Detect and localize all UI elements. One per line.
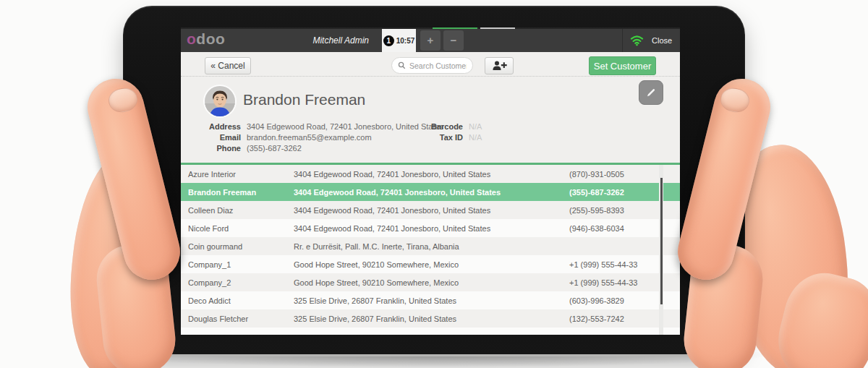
table-row[interactable]: Colleen Diaz 3404 Edgewood Road, 72401 J… (181, 201, 680, 219)
order-time: 10:57 (396, 37, 415, 45)
order-count-badge: 1 (383, 35, 394, 46)
pos-screen: odoo Mitchell Admin 1 10:57 + − Close (181, 27, 680, 335)
tax-id-value: N/A (469, 132, 482, 143)
table-row[interactable]: Company_1 Good Hope Street, 90210 Somewh… (181, 255, 680, 273)
customer-address-cell: Good Hope Street, 90210 Somewhere, Mexic… (294, 260, 569, 269)
email-label: Email (205, 132, 241, 143)
customer-address-cell: 325 Elsie Drive, 26807 Franklin, United … (294, 296, 569, 305)
customer-address-cell: Good Hope Street, 90210 Somewhere, Mexic… (294, 278, 569, 287)
customer-address-cell: 3404 Edgewood Road, 72401 Jonesboro, Uni… (294, 188, 569, 197)
customer-phone-cell: (946)-638-6034 (569, 224, 660, 233)
table-row[interactable]: Brandon Freeman 3404 Edgewood Road, 7240… (181, 183, 680, 201)
tax-id-label: Tax ID (423, 132, 463, 143)
odoo-logo-first-letter: o (187, 30, 196, 47)
customer-avatar (205, 86, 235, 116)
customer-contact-fields: Address3404 Edgewood Road, 72401 Jonesbo… (205, 121, 443, 154)
customer-name-cell: Azure Interior (188, 170, 294, 179)
pos-top-bar: odoo Mitchell Admin 1 10:57 + − Close (181, 29, 680, 52)
customer-address-cell: 3404 Edgewood Road, 72401 Jonesboro, Uni… (294, 206, 569, 215)
barcode-label: Barcode (423, 121, 463, 132)
barcode-value: N/A (469, 121, 482, 132)
customer-list: Azure Interior 3404 Edgewood Road, 72401… (181, 163, 680, 335)
customer-phone-cell: (355)-687-3262 (569, 188, 660, 197)
scrollbar-thumb[interactable] (660, 178, 663, 304)
table-row[interactable]: Nicole Ford 3404 Edgewood Road, 72401 Jo… (181, 219, 680, 237)
search-customers (391, 57, 473, 74)
remove-order-button[interactable]: − (443, 30, 464, 51)
logged-in-user: Mitchell Admin (297, 35, 369, 46)
address-value: 3404 Edgewood Road, 72401 Jonesboro, Uni… (247, 121, 443, 132)
add-customer-button[interactable] (485, 57, 514, 74)
address-label: Address (205, 121, 241, 132)
customer-name-cell: Brandon Freeman (188, 188, 294, 197)
customer-name-cell: Colleen Diaz (188, 206, 294, 215)
topbar-divider (622, 29, 623, 52)
avatar-photo (205, 86, 235, 116)
order-tab[interactable]: 1 10:57 (382, 29, 416, 52)
customer-name: Brandon Freeman (243, 91, 365, 108)
table-row[interactable]: Deco Addict 325 Elsie Drive, 26807 Frank… (181, 291, 680, 309)
customer-name-cell: Douglas Fletcher (188, 314, 294, 323)
email-value: brandon.freeman55@example.com (247, 132, 372, 143)
add-order-button[interactable]: + (420, 30, 441, 51)
customer-toolbar: « Cancel Set Customer (181, 52, 680, 77)
search-icon (398, 61, 406, 69)
odoo-logo: odoo (187, 30, 225, 48)
customer-id-fields: BarcodeN/A Tax IDN/A (423, 121, 482, 143)
odoo-logo-rest: doo (196, 30, 225, 47)
cancel-button[interactable]: « Cancel (205, 57, 251, 74)
customer-phone-cell: (603)-996-3829 (569, 296, 660, 305)
close-button[interactable]: Close (652, 36, 672, 45)
customer-name-cell: Company_1 (188, 260, 294, 269)
customer-details: Brandon Freeman Address3404 Edgewood Roa… (181, 77, 680, 163)
customer-phone-cell: (255)-595-8393 (569, 206, 660, 215)
customer-name-cell: Coin gourmand (188, 242, 294, 251)
customer-name-cell: Nicole Ford (188, 224, 294, 233)
table-row[interactable]: Coin gourmand Rr. e Durrësit, Pall. M.C.… (181, 237, 680, 255)
table-row[interactable]: Azure Interior 3404 Edgewood Road, 72401… (181, 165, 680, 183)
customer-name-cell: Company_2 (188, 278, 294, 287)
customer-address-cell: 3404 Edgewood Road, 72401 Jonesboro, Uni… (294, 170, 569, 179)
add-person-icon (492, 61, 507, 71)
customer-address-cell: 325 Elsie Drive, 26807 Franklin, United … (294, 314, 569, 323)
scene: odoo Mitchell Admin 1 10:57 + − Close (0, 0, 868, 368)
customer-phone-cell: (132)-553-7242 (569, 314, 660, 323)
set-customer-button[interactable]: Set Customer (589, 56, 656, 75)
edit-customer-button[interactable] (639, 80, 663, 105)
customer-phone-cell: (870)-931-0505 (569, 170, 660, 179)
table-row[interactable]: Company_2 Good Hope Street, 90210 Somewh… (181, 273, 680, 291)
customer-address-cell: 3404 Edgewood Road, 72401 Jonesboro, Uni… (294, 224, 569, 233)
pencil-icon (645, 87, 657, 98)
customer-phone-cell: +1 (999) 555-44-33 (569, 278, 660, 287)
tablet-frame: odoo Mitchell Admin 1 10:57 + − Close (123, 6, 745, 354)
wifi-icon (630, 35, 644, 46)
customer-phone-cell: +1 (999) 555-44-33 (569, 260, 660, 269)
customer-name-cell: Deco Addict (188, 296, 294, 305)
phone-value: (355)-687-3262 (247, 143, 302, 154)
table-row[interactable]: Douglas Fletcher 325 Elsie Drive, 26807 … (181, 309, 680, 328)
phone-label: Phone (205, 143, 241, 154)
customer-address-cell: Rr. e Durrësit, Pall. M.C. Inerte, Tiran… (294, 242, 569, 251)
